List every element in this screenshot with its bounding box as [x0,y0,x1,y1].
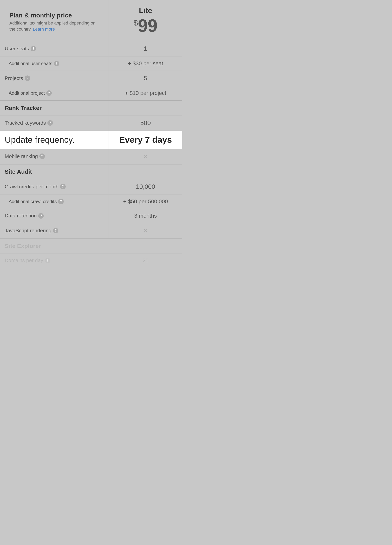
domains-per-day-left: Domains per day ? [0,254,109,268]
mobile-ranking-right: × [109,149,182,164]
additional-project-right: + $10 per project [109,86,182,100]
update-frequency-right: Every 7 days [109,131,182,149]
js-rendering-label: JavaScript rendering ? [5,228,104,234]
additional-user-seats-label: Additional user seats ? [5,61,104,66]
additional-project-value: + $10 per project [125,90,166,96]
projects-help-icon[interactable]: ? [25,75,30,81]
domains-per-day-help-icon[interactable]: ? [45,258,50,263]
js-rendering-left: JavaScript rendering ? [0,223,109,238]
additional-crawl-left: Additional crawl credits ? [0,194,109,209]
js-rendering-help-icon[interactable]: ? [53,228,58,233]
mobile-ranking-help-icon[interactable]: ? [39,154,45,159]
mobile-ranking-left: Mobile ranking ? [0,149,109,164]
domains-per-day-right: 25 [109,254,182,268]
tracked-keywords-value: 500 [140,119,151,127]
tracked-keywords-help-icon[interactable]: ? [47,120,53,126]
learn-more-link[interactable]: Learn more [33,27,55,31]
additional-project-left: Additional project ? [0,86,109,100]
rank-tracker-section-label: Rank Tracker [5,105,104,111]
user-seats-value: 1 [144,45,147,52]
crawl-credits-value: 10,000 [136,183,155,190]
additional-project-label: Additional project ? [5,90,104,96]
js-rendering-x: × [144,227,147,234]
additional-user-seats-row: Additional user seats ? + $30 per seat [0,56,182,71]
tracked-keywords-right: 500 [109,116,182,130]
price-symbol: $ [134,19,138,27]
mobile-ranking-label: Mobile ranking ? [5,153,104,159]
mobile-ranking-row: Mobile ranking ? × [0,149,182,164]
update-frequency-value: Every 7 days [119,135,172,145]
site-explorer-section-label: Site Explorer [5,243,104,249]
additional-user-seats-help-icon[interactable]: ? [54,61,59,66]
tracked-keywords-label: Tracked keywords ? [5,120,104,126]
plan-title: Lite [139,6,152,15]
site-explorer-section-left: Site Explorer [0,239,109,253]
header-row: Plan & monthly price Additional tax migh… [0,0,182,41]
additional-user-seats-left: Additional user seats ? [0,56,109,71]
crawl-credits-right: 10,000 [109,179,182,194]
site-audit-section-right [109,164,182,179]
header-left-col: Plan & monthly price Additional tax migh… [0,0,109,41]
mobile-ranking-x: × [144,153,147,160]
domains-per-day-value: 25 [142,257,149,264]
data-retention-left: Data retention ? [0,209,109,223]
data-retention-label: Data retention ? [5,213,104,219]
js-rendering-row: JavaScript rendering ? × [0,223,182,238]
user-seats-left: User seats ? [0,41,109,56]
header-right-col: Lite $ 99 [109,0,182,41]
additional-crawl-value: + $50 per 500,000 [123,198,168,205]
additional-user-seats-value: + $30 per seat [128,60,163,67]
site-audit-section-row: Site Audit [0,164,182,179]
additional-crawl-label: Additional crawl credits ? [5,199,104,204]
user-seats-help-icon[interactable]: ? [31,46,36,51]
tracked-keywords-left: Tracked keywords ? [0,116,109,130]
site-explorer-section-right [109,239,182,253]
update-frequency-left: Update frequency. [0,131,109,149]
price-value: 99 [138,17,158,35]
update-frequency-label: Update frequency. [5,135,104,145]
price-container: $ 99 [134,17,157,35]
site-explorer-section-row: Site Explorer [0,238,182,254]
projects-row: Projects ? 5 [0,71,182,86]
plan-subtitle: Additional tax might be applied dependin… [9,20,99,32]
rank-tracker-section-left: Rank Tracker [0,101,109,115]
user-seats-label: User seats ? [5,46,104,52]
pricing-table: Plan & monthly price Additional tax migh… [0,0,182,268]
projects-left: Projects ? [0,71,109,86]
tracked-keywords-row: Tracked keywords ? 500 [0,116,182,131]
crawl-credits-left: Crawl credits per month ? [0,179,109,194]
js-rendering-right: × [109,223,182,238]
site-audit-section-label: Site Audit [5,168,104,175]
additional-crawl-help-icon[interactable]: ? [58,199,64,204]
additional-crawl-row: Additional crawl credits ? + $50 per 500… [0,194,182,209]
rank-tracker-section-row: Rank Tracker [0,100,182,116]
site-audit-section-left: Site Audit [0,164,109,179]
additional-crawl-right: + $50 per 500,000 [109,194,182,209]
projects-value: 5 [144,75,147,82]
crawl-credits-label: Crawl credits per month ? [5,184,104,190]
crawl-credits-row: Crawl credits per month ? 10,000 [0,179,182,194]
additional-project-help-icon[interactable]: ? [46,90,52,96]
data-retention-value: 3 months [134,213,157,219]
projects-right: 5 [109,71,182,86]
domains-per-day-row: Domains per day ? 25 [0,254,182,268]
domains-per-day-label: Domains per day ? [5,257,104,263]
crawl-credits-help-icon[interactable]: ? [60,184,66,189]
user-seats-right: 1 [109,41,182,56]
rank-tracker-section-right [109,101,182,115]
projects-label: Projects ? [5,75,104,81]
additional-user-seats-right: + $30 per seat [109,56,182,71]
additional-project-row: Additional project ? + $10 per project [0,86,182,100]
data-retention-row: Data retention ? 3 months [0,209,182,223]
user-seats-row: User seats ? 1 [0,41,182,56]
data-retention-help-icon[interactable]: ? [38,213,44,219]
data-retention-right: 3 months [109,209,182,223]
plan-label: Plan & monthly price [9,12,99,19]
update-frequency-row: Update frequency. Every 7 days [0,131,182,149]
